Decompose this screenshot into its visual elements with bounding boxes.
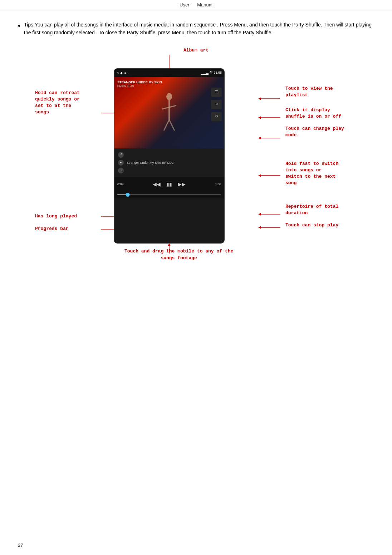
header-right: Manual [197, 2, 212, 8]
svg-point-22 [166, 93, 172, 100]
progress-bar-text: Progress bar [35, 226, 69, 232]
svg-marker-9 [258, 137, 261, 139]
icon-star: ★ [124, 71, 127, 75]
hold-fast-label: Hold fast to switchinto songs orswitch t… [285, 161, 357, 187]
song-title: STRANGER UNDER MY SKIN [117, 80, 162, 84]
hold-fast-text: Hold fast to switchinto songs orswitch t… [285, 161, 338, 187]
phone-album-art: STRANGER UNDER MY SKIN EASON CHAN ☰ ✕ ↻ [114, 77, 224, 148]
touch-drag-text: Touch and drag the mobile to any of thes… [124, 248, 233, 261]
hold-label-text: Hold can retreatquickly songs orset to a… [35, 90, 80, 116]
info-row-1: 🎤 [118, 152, 220, 158]
next-btn[interactable]: ▶▶ [178, 181, 186, 187]
status-time: 午 11:55 [210, 70, 222, 75]
touch-drag-label: Touch and drag the mobile to any of thes… [124, 248, 268, 261]
playlist-btn[interactable]: ☰ [211, 88, 222, 97]
time-start: 0:09 [117, 182, 124, 186]
pause-btn[interactable]: ▮▮ [166, 181, 172, 187]
icon-wifi: ◇ [117, 71, 119, 75]
repertoire-text: Repertoire of totalduration [285, 203, 338, 216]
header-left: User [180, 2, 189, 8]
touch-playlist-text: Touch to view theplaylist [285, 85, 333, 98]
progress-track[interactable] [117, 194, 221, 195]
mic-icon: 🎤 [118, 152, 124, 158]
page-header: User Manual [0, 0, 392, 10]
repertoire-label: Repertoire of totalduration [285, 203, 357, 216]
diagram-container: Album art ◇ ◆ ★ ▁▂▃ 午 11:55 [35, 47, 357, 269]
music-icon: ♪ [118, 168, 124, 173]
touch-stop-label: Touch can stop play [285, 222, 357, 229]
album-art-label: Album art [183, 47, 209, 54]
info-row-2: ● Stranger Under My Skin EP CD2 [118, 160, 220, 166]
progress-section [114, 191, 224, 198]
bullet-text: • Tips:You can play all of the songs in … [18, 21, 374, 37]
disc-icon: ● [118, 160, 124, 166]
tip-paragraph: Tips:You can play all of the songs in th… [24, 21, 374, 37]
page-content: • Tips:You can play all of the songs in … [0, 10, 392, 283]
touch-play-mode-label: Touch can change playmode. [285, 126, 357, 138]
svg-marker-11 [258, 174, 261, 177]
song-artist: EASON CHAN [117, 85, 134, 87]
hold-label: Hold can retreatquickly songs orset to a… [35, 90, 101, 116]
touch-playlist-label: Touch to view theplaylist [285, 85, 357, 98]
click-shuffle-text: Click it displayshuffle is on or off [285, 107, 341, 120]
shuffle-btn[interactable]: ✕ [211, 100, 222, 109]
svg-marker-15 [258, 226, 261, 229]
has-long-label: Has long played [35, 213, 101, 220]
bullet-section: • Tips:You can play all of the songs in … [18, 21, 374, 40]
phone-status-bar: ◇ ◆ ★ ▁▂▃ 午 11:55 [114, 69, 224, 77]
repeat-btn[interactable]: ↻ [211, 112, 222, 121]
svg-line-25 [164, 120, 169, 131]
side-controls: ☰ ✕ ↻ [211, 88, 222, 121]
album-art-image [158, 91, 180, 134]
album-art-text: Album art [183, 48, 209, 53]
svg-line-26 [169, 120, 175, 131]
progress-bar-label: Progress bar [35, 226, 101, 232]
ctrl-btns: ◀◀ ▮▮ ▶▶ [153, 181, 186, 187]
touch-stop-text: Touch can stop play [285, 222, 338, 229]
click-shuffle-label: Click it displayshuffle is on or off [285, 107, 357, 120]
svg-marker-13 [258, 213, 261, 216]
info-row-3: ♪ [118, 168, 220, 173]
status-left-icons: ◇ ◆ ★ [117, 71, 127, 75]
svg-marker-21 [168, 243, 171, 246]
status-right-icons: ▁▂▃ 午 11:55 [201, 70, 222, 75]
svg-marker-7 [258, 116, 261, 119]
svg-marker-5 [258, 97, 261, 100]
page-number: 27 [18, 542, 23, 548]
bullet-dot: • [18, 21, 20, 31]
phone-mockup: ◇ ◆ ★ ▁▂▃ 午 11:55 S [114, 68, 225, 244]
touch-play-mode-text: Touch can change playmode. [285, 126, 344, 138]
time-end: 3:36 [215, 182, 221, 186]
prev-btn[interactable]: ◀◀ [153, 181, 161, 187]
song-info: Stranger Under My Skin EP CD2 [127, 161, 173, 164]
phone-info-section: 🎤 ● Stranger Under My Skin EP CD2 ♪ [114, 148, 224, 177]
icon-bt: ◆ [120, 71, 123, 75]
has-long-text: Has long played [35, 213, 77, 220]
progress-thumb[interactable] [126, 193, 130, 197]
phone-controls-bar: 0:09 ◀◀ ▮▮ ▶▶ 3:36 [114, 177, 224, 191]
icon-signal: ▁▂▃ [201, 71, 209, 75]
